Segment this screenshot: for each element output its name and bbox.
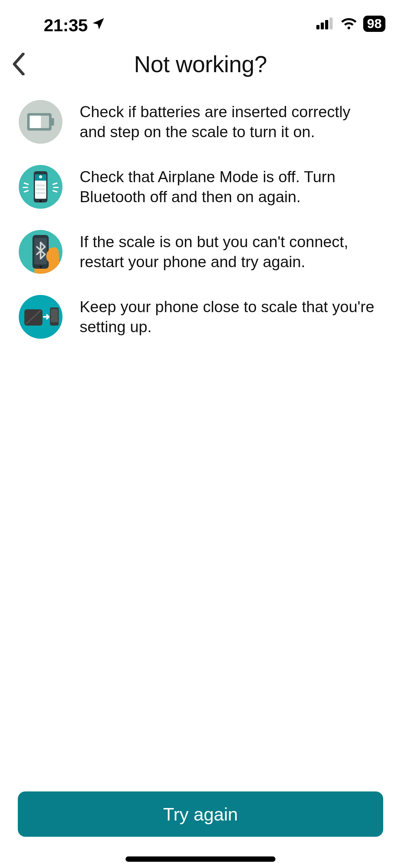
- svg-rect-0: [316, 25, 320, 29]
- bottom-bar: Try again: [0, 792, 401, 837]
- svg-line-16: [24, 183, 28, 184]
- battery-icon: [19, 100, 63, 144]
- svg-point-11: [39, 175, 42, 178]
- header: Not working?: [0, 37, 401, 91]
- tip-item: Check if batteries are inserted correctl…: [19, 100, 386, 144]
- hand-phone-bluetooth-icon: [19, 230, 63, 274]
- svg-rect-7: [30, 116, 41, 128]
- try-again-label: Try again: [163, 804, 238, 825]
- tip-item: If the scale is on but you can't connect…: [19, 230, 386, 274]
- scale-near-phone-icon: [19, 295, 63, 339]
- chevron-left-icon: [12, 53, 26, 75]
- svg-line-19: [53, 183, 57, 184]
- status-time: 21:35: [44, 15, 106, 35]
- svg-rect-29: [51, 309, 58, 322]
- svg-line-21: [53, 191, 57, 192]
- page-title: Not working?: [134, 51, 267, 78]
- back-button[interactable]: [6, 52, 31, 76]
- tip-text: Check if batteries are inserted correctl…: [80, 102, 379, 142]
- cellular-signal-icon: [316, 17, 334, 31]
- battery-indicator: 98: [363, 16, 386, 32]
- svg-rect-15: [36, 192, 45, 194]
- home-indicator: [126, 857, 275, 862]
- svg-rect-14: [36, 188, 45, 190]
- tip-text: If the scale is on but you can't connect…: [80, 232, 379, 272]
- try-again-button[interactable]: Try again: [18, 792, 383, 837]
- status-time-text: 21:35: [44, 15, 88, 35]
- svg-rect-1: [321, 23, 324, 29]
- tips-list: Check if batteries are inserted correctl…: [0, 91, 401, 339]
- phone-airplane-icon: [19, 165, 63, 209]
- tip-item: Keep your phone close to scale that you'…: [19, 295, 386, 339]
- svg-point-25: [39, 266, 42, 268]
- status-bar: 21:35 98: [0, 0, 401, 37]
- svg-rect-13: [36, 184, 45, 187]
- svg-rect-2: [325, 20, 328, 29]
- svg-point-26: [46, 250, 55, 262]
- tip-item: Check that Airplane Mode is off. Turn Bl…: [19, 165, 386, 209]
- tip-text: Keep your phone close to scale that you'…: [80, 297, 379, 337]
- svg-rect-5: [52, 118, 54, 126]
- wifi-icon: [340, 17, 358, 31]
- svg-point-12: [39, 200, 42, 203]
- battery-percent: 98: [367, 17, 381, 30]
- location-arrow-icon: [91, 15, 106, 35]
- tip-text: Check that Airplane Mode is off. Turn Bl…: [80, 167, 379, 207]
- svg-line-18: [24, 191, 28, 192]
- svg-rect-3: [330, 18, 333, 29]
